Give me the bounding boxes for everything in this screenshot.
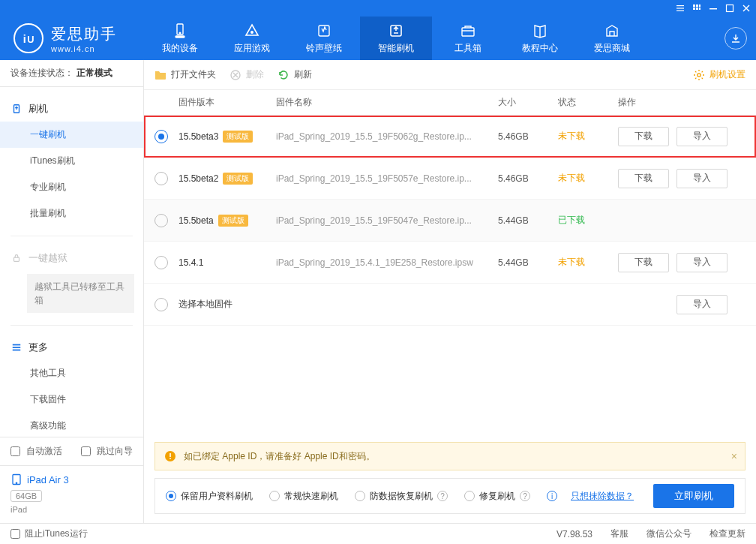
row-radio[interactable]: [154, 256, 168, 269]
top-nav: 我的设备应用游戏铃声壁纸智能刷机工具箱教程中心爱思商城: [144, 17, 724, 60]
table-header: 固件版本 固件名称 大小 状态 操作: [144, 90, 756, 116]
side-item[interactable]: 高级功能: [0, 413, 143, 437]
help-icon[interactable]: ?: [437, 491, 448, 501]
flash-now-button[interactable]: 立即刷机: [653, 484, 734, 508]
firmware-table: 15.5beta3测试版iPad_Spring_2019_15.5_19F506…: [144, 116, 756, 326]
svg-rect-21: [462, 28, 474, 36]
topnav-item-6[interactable]: 爱思商城: [576, 17, 648, 60]
topnav-label: 工具箱: [454, 42, 482, 55]
import-button[interactable]: 导入: [676, 253, 728, 272]
open-folder-button[interactable]: 打开文件夹: [154, 68, 216, 81]
side-group-icon: [10, 341, 22, 353]
flash-option-label: 防数据恢复刷机: [370, 490, 433, 503]
firmware-row[interactable]: 15.5beta3测试版iPad_Spring_2019_15.5_19F506…: [144, 116, 756, 158]
side-item[interactable]: 其他工具: [0, 360, 143, 386]
download-button[interactable]: 下载: [618, 253, 669, 272]
row-radio[interactable]: [154, 172, 168, 185]
topnav-item-5[interactable]: 教程中心: [504, 17, 576, 60]
menu-icon[interactable]: [675, 3, 686, 14]
erase-data-link[interactable]: 只想抹除数据？: [571, 490, 634, 503]
th-name: 固件名称: [276, 96, 498, 109]
flash-option[interactable]: 保留用户资料刷机: [166, 490, 253, 503]
minimize-icon[interactable]: [708, 3, 718, 14]
flash-option[interactable]: 常规快速刷机: [269, 490, 338, 503]
refresh-button[interactable]: 刷新: [278, 68, 312, 81]
import-button[interactable]: 导入: [676, 169, 728, 188]
flash-settings-label: 刷机设置: [710, 68, 746, 81]
side-item[interactable]: 批量刷机: [0, 200, 143, 227]
fw-version: 15.5beta: [178, 215, 214, 226]
download-manager-button[interactable]: [724, 27, 747, 50]
block-itunes-checkbox[interactable]: 阻止iTunes运行: [10, 527, 88, 540]
support-link[interactable]: 客服: [610, 527, 628, 540]
firmware-row[interactable]: 15.4.1iPad_Spring_2019_15.4.1_19E258_Res…: [144, 242, 756, 284]
svg-rect-5: [699, 5, 700, 7]
beta-tag: 测试版: [223, 173, 253, 185]
flash-option-label: 常规快速刷机: [284, 490, 338, 503]
side-group-head[interactable]: 一键越狱: [0, 245, 143, 271]
svg-rect-6: [693, 8, 695, 10]
svg-rect-35: [170, 458, 171, 459]
grid-icon[interactable]: [692, 3, 702, 14]
folder-icon: [154, 69, 166, 81]
side-group-label: 更多: [28, 341, 48, 354]
row-radio[interactable]: [154, 214, 168, 227]
fw-filename: iPad_Spring_2019_15.5_19F5062g_Restore.i…: [276, 131, 498, 142]
topnav-item-2[interactable]: 铃声壁纸: [288, 17, 360, 60]
firmware-row[interactable]: 15.5beta测试版iPad_Spring_2019_15.5_19F5047…: [144, 200, 756, 242]
auto-activate-checkbox[interactable]: [10, 446, 20, 456]
fw-status: 未下载: [558, 172, 618, 185]
topnav-item-0[interactable]: 我的设备: [144, 17, 216, 60]
side-item[interactable]: 下载固件: [0, 386, 143, 413]
side-item[interactable]: iTunes刷机: [0, 148, 143, 174]
flash-option[interactable]: 修复刷机?: [464, 490, 530, 503]
svg-point-32: [698, 73, 700, 76]
skip-guide-checkbox[interactable]: [81, 446, 91, 456]
brand-name: 爱思助手: [51, 24, 117, 44]
svg-rect-7: [696, 8, 698, 10]
fw-size: 5.44GB: [498, 257, 558, 268]
import-button[interactable]: 导入: [676, 295, 728, 314]
import-button[interactable]: 导入: [676, 127, 728, 146]
device-info[interactable]: iPad Air 3 64GB iPad: [0, 465, 143, 523]
topnav-item-4[interactable]: 工具箱: [432, 17, 504, 60]
svg-rect-8: [699, 8, 700, 10]
connection-mode: 正常模式: [76, 67, 112, 80]
check-update-link[interactable]: 检查更新: [710, 527, 746, 540]
close-icon[interactable]: [741, 3, 752, 14]
maximize-icon[interactable]: [724, 3, 735, 14]
side-note: 越狱工具已转移至工具箱: [27, 274, 134, 313]
wechat-link[interactable]: 微信公众号: [646, 527, 692, 540]
flash-option[interactable]: 防数据恢复刷机?: [355, 490, 448, 503]
row-radio[interactable]: [154, 298, 168, 311]
firmware-row[interactable]: 15.5beta2测试版iPad_Spring_2019_15.5_19F505…: [144, 158, 756, 200]
side-item[interactable]: 专业刷机: [0, 174, 143, 200]
fw-filename: iPad_Spring_2019_15.5_19F5057e_Restore.i…: [276, 173, 498, 184]
svg-rect-34: [170, 453, 171, 457]
flash-settings-button[interactable]: 刷机设置: [693, 68, 746, 81]
logo: iU 爱思助手 www.i4.cn: [14, 23, 144, 53]
download-button[interactable]: 下载: [618, 169, 669, 188]
topnav-icon: [532, 23, 548, 39]
delete-button[interactable]: 删除: [230, 68, 264, 81]
row-radio[interactable]: [154, 130, 168, 143]
topnav-item-1[interactable]: 应用游戏: [216, 17, 288, 60]
svg-rect-23: [14, 257, 20, 261]
topnav-item-3[interactable]: 智能刷机: [360, 17, 432, 60]
device-type: iPad: [10, 505, 27, 514]
local-firmware-row[interactable]: 选择本地固件导入: [144, 284, 756, 326]
help-icon[interactable]: ?: [520, 491, 530, 501]
download-button[interactable]: 下载: [618, 127, 669, 146]
topnav-label: 教程中心: [522, 42, 558, 55]
radio-icon: [269, 491, 280, 501]
info-icon[interactable]: i: [547, 491, 557, 501]
notice-close-icon[interactable]: ×: [731, 450, 737, 462]
radio-icon: [464, 491, 475, 501]
content-pane: 打开文件夹 删除 刷新 刷机设置 固件版本 固件名称 大小 状态 操作: [144, 60, 756, 523]
side-item[interactable]: 一键刷机: [0, 122, 143, 148]
delete-icon: [230, 69, 242, 81]
refresh-icon: [278, 69, 290, 81]
topnav-icon: [604, 23, 620, 39]
side-group-head[interactable]: 更多: [0, 335, 143, 360]
side-group-head[interactable]: 刷机: [0, 96, 143, 122]
